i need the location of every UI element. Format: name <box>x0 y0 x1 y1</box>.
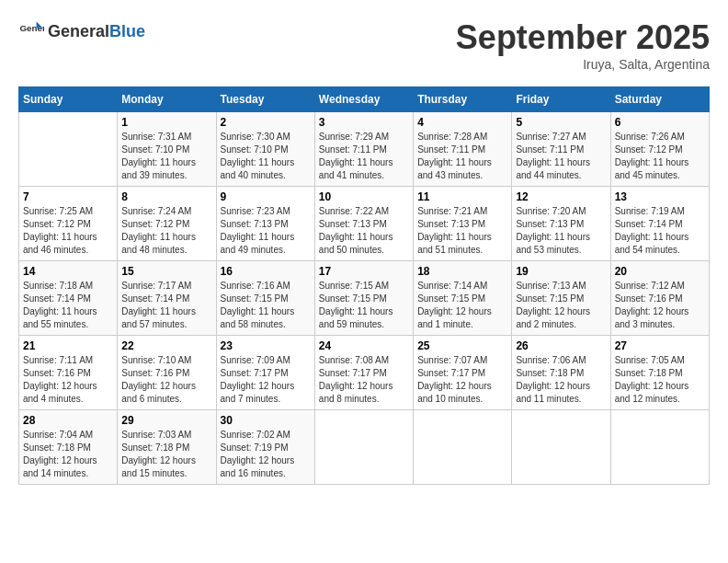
day-info: Sunrise: 7:09 AM Sunset: 7:17 PM Dayligh… <box>221 354 311 406</box>
calendar-cell: 12Sunrise: 7:20 AM Sunset: 7:13 PM Dayli… <box>512 187 610 261</box>
day-number: 27 <box>615 339 705 352</box>
calendar-week-1: 1Sunrise: 7:31 AM Sunset: 7:10 PM Daylig… <box>19 112 710 187</box>
day-info: Sunrise: 7:14 AM Sunset: 7:15 PM Dayligh… <box>417 280 507 331</box>
day-number: 1 <box>121 116 211 129</box>
calendar-cell <box>512 410 610 485</box>
calendar-cell: 3Sunrise: 7:29 AM Sunset: 7:11 PM Daylig… <box>314 112 413 187</box>
calendar-cell: 13Sunrise: 7:19 AM Sunset: 7:14 PM Dayli… <box>610 187 709 261</box>
day-info: Sunrise: 7:02 AM Sunset: 7:19 PM Dayligh… <box>221 429 311 480</box>
location-subtitle: Iruya, Salta, Argentina <box>456 57 710 72</box>
day-info: Sunrise: 7:13 AM Sunset: 7:15 PM Dayligh… <box>516 280 606 331</box>
day-info: Sunrise: 7:04 AM Sunset: 7:18 PM Dayligh… <box>23 429 113 480</box>
calendar-cell: 4Sunrise: 7:28 AM Sunset: 7:11 PM Daylig… <box>414 112 512 187</box>
day-info: Sunrise: 7:24 AM Sunset: 7:12 PM Dayligh… <box>121 205 211 257</box>
day-info: Sunrise: 7:28 AM Sunset: 7:11 PM Dayligh… <box>417 131 507 182</box>
calendar-cell: 26Sunrise: 7:06 AM Sunset: 7:18 PM Dayli… <box>512 336 610 410</box>
day-info: Sunrise: 7:22 AM Sunset: 7:13 PM Dayligh… <box>319 205 409 257</box>
day-number: 13 <box>615 190 705 203</box>
day-number: 5 <box>516 116 606 129</box>
day-info: Sunrise: 7:15 AM Sunset: 7:15 PM Dayligh… <box>319 280 409 331</box>
day-number: 21 <box>23 339 113 352</box>
day-info: Sunrise: 7:23 AM Sunset: 7:13 PM Dayligh… <box>221 205 311 257</box>
calendar-cell: 22Sunrise: 7:10 AM Sunset: 7:16 PM Dayli… <box>118 336 216 410</box>
calendar-header: SundayMondayTuesdayWednesdayThursdayFrid… <box>19 87 710 112</box>
calendar-cell: 10Sunrise: 7:22 AM Sunset: 7:13 PM Dayli… <box>314 187 413 261</box>
day-number: 11 <box>417 190 507 203</box>
calendar-cell: 24Sunrise: 7:08 AM Sunset: 7:17 PM Dayli… <box>314 336 413 410</box>
header-friday: Friday <box>512 87 610 112</box>
day-number: 26 <box>516 339 606 352</box>
calendar-cell: 2Sunrise: 7:30 AM Sunset: 7:10 PM Daylig… <box>216 112 314 187</box>
header-row: SundayMondayTuesdayWednesdayThursdayFrid… <box>19 87 710 112</box>
calendar-week-5: 28Sunrise: 7:04 AM Sunset: 7:18 PM Dayli… <box>19 410 710 485</box>
day-number: 17 <box>319 265 409 278</box>
day-info: Sunrise: 7:29 AM Sunset: 7:11 PM Dayligh… <box>319 131 409 182</box>
day-number: 15 <box>121 265 211 278</box>
day-info: Sunrise: 7:06 AM Sunset: 7:18 PM Dayligh… <box>516 354 606 406</box>
header-saturday: Saturday <box>610 87 709 112</box>
day-number: 28 <box>23 414 113 427</box>
calendar-cell: 14Sunrise: 7:18 AM Sunset: 7:14 PM Dayli… <box>19 261 118 336</box>
day-number: 7 <box>23 190 113 203</box>
day-info: Sunrise: 7:12 AM Sunset: 7:16 PM Dayligh… <box>615 280 705 331</box>
calendar-cell <box>314 410 413 485</box>
logo: General GeneralBlue <box>18 18 145 44</box>
calendar-cell: 1Sunrise: 7:31 AM Sunset: 7:10 PM Daylig… <box>118 112 216 187</box>
calendar-cell: 29Sunrise: 7:03 AM Sunset: 7:18 PM Dayli… <box>118 410 216 485</box>
day-info: Sunrise: 7:05 AM Sunset: 7:18 PM Dayligh… <box>615 354 705 406</box>
day-number: 8 <box>121 190 211 203</box>
calendar-cell: 11Sunrise: 7:21 AM Sunset: 7:13 PM Dayli… <box>414 187 512 261</box>
day-number: 30 <box>221 414 311 427</box>
calendar-cell: 7Sunrise: 7:25 AM Sunset: 7:12 PM Daylig… <box>19 187 118 261</box>
day-number: 4 <box>417 116 507 129</box>
day-info: Sunrise: 7:08 AM Sunset: 7:17 PM Dayligh… <box>319 354 409 406</box>
calendar-week-3: 14Sunrise: 7:18 AM Sunset: 7:14 PM Dayli… <box>19 261 710 336</box>
day-number: 12 <box>516 190 606 203</box>
day-number: 6 <box>615 116 705 129</box>
calendar-cell: 19Sunrise: 7:13 AM Sunset: 7:15 PM Dayli… <box>512 261 610 336</box>
day-info: Sunrise: 7:30 AM Sunset: 7:10 PM Dayligh… <box>221 131 311 182</box>
day-number: 29 <box>121 414 211 427</box>
header-monday: Monday <box>118 87 216 112</box>
calendar-cell: 23Sunrise: 7:09 AM Sunset: 7:17 PM Dayli… <box>216 336 314 410</box>
calendar-cell: 27Sunrise: 7:05 AM Sunset: 7:18 PM Dayli… <box>610 336 709 410</box>
calendar-cell: 6Sunrise: 7:26 AM Sunset: 7:12 PM Daylig… <box>610 112 709 187</box>
calendar-body: 1Sunrise: 7:31 AM Sunset: 7:10 PM Daylig… <box>19 112 710 485</box>
calendar-week-2: 7Sunrise: 7:25 AM Sunset: 7:12 PM Daylig… <box>19 187 710 261</box>
day-number: 24 <box>319 339 409 352</box>
calendar-cell: 20Sunrise: 7:12 AM Sunset: 7:16 PM Dayli… <box>610 261 709 336</box>
header-wednesday: Wednesday <box>314 87 413 112</box>
day-number: 22 <box>121 339 211 352</box>
day-info: Sunrise: 7:10 AM Sunset: 7:16 PM Dayligh… <box>121 354 211 406</box>
calendar-cell: 8Sunrise: 7:24 AM Sunset: 7:12 PM Daylig… <box>118 187 216 261</box>
calendar-cell: 21Sunrise: 7:11 AM Sunset: 7:16 PM Dayli… <box>19 336 118 410</box>
header-tuesday: Tuesday <box>216 87 314 112</box>
day-info: Sunrise: 7:20 AM Sunset: 7:13 PM Dayligh… <box>516 205 606 257</box>
logo-icon: General <box>18 18 44 44</box>
day-number: 9 <box>221 190 311 203</box>
day-info: Sunrise: 7:07 AM Sunset: 7:17 PM Dayligh… <box>417 354 507 406</box>
calendar-cell: 17Sunrise: 7:15 AM Sunset: 7:15 PM Dayli… <box>314 261 413 336</box>
day-info: Sunrise: 7:19 AM Sunset: 7:14 PM Dayligh… <box>615 205 705 257</box>
month-title: September 2025 <box>456 18 710 57</box>
day-info: Sunrise: 7:16 AM Sunset: 7:15 PM Dayligh… <box>221 280 311 331</box>
day-info: Sunrise: 7:11 AM Sunset: 7:16 PM Dayligh… <box>23 354 113 406</box>
day-info: Sunrise: 7:03 AM Sunset: 7:18 PM Dayligh… <box>121 429 211 480</box>
calendar-table: SundayMondayTuesdayWednesdayThursdayFrid… <box>18 86 710 485</box>
day-number: 20 <box>615 265 705 278</box>
day-info: Sunrise: 7:31 AM Sunset: 7:10 PM Dayligh… <box>121 131 211 182</box>
day-number: 3 <box>319 116 409 129</box>
calendar-cell: 9Sunrise: 7:23 AM Sunset: 7:13 PM Daylig… <box>216 187 314 261</box>
day-number: 10 <box>319 190 409 203</box>
logo-blue: Blue <box>109 22 145 41</box>
calendar-cell: 18Sunrise: 7:14 AM Sunset: 7:15 PM Dayli… <box>414 261 512 336</box>
title-block: September 2025 Iruya, Salta, Argentina <box>456 18 710 72</box>
calendar-cell: 15Sunrise: 7:17 AM Sunset: 7:14 PM Dayli… <box>118 261 216 336</box>
logo-general: General <box>48 22 109 41</box>
calendar-cell: 30Sunrise: 7:02 AM Sunset: 7:19 PM Dayli… <box>216 410 314 485</box>
calendar-cell <box>610 410 709 485</box>
day-info: Sunrise: 7:18 AM Sunset: 7:14 PM Dayligh… <box>23 280 113 331</box>
day-info: Sunrise: 7:27 AM Sunset: 7:11 PM Dayligh… <box>516 131 606 182</box>
day-number: 23 <box>221 339 311 352</box>
day-number: 19 <box>516 265 606 278</box>
